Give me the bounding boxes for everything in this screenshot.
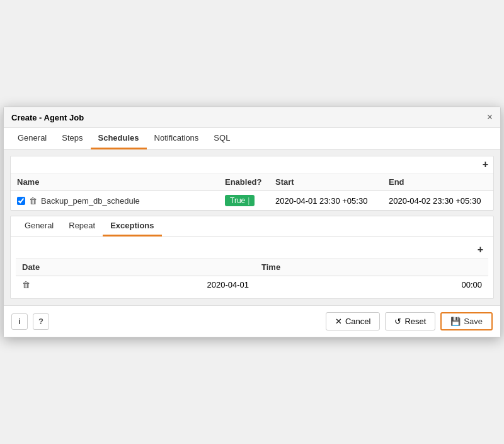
reset-button[interactable]: ↺ Reset: [385, 312, 435, 330]
col-header-name: Name: [11, 173, 219, 191]
schedule-name: Backup_pem_db_schedule: [41, 196, 140, 206]
dialog-footer: i ? ✕ Cancel ↺ Reset 💾 Save: [4, 305, 500, 337]
delete-schedule-icon[interactable]: 🗑: [29, 196, 37, 206]
cancel-label: Cancel: [345, 317, 370, 326]
inner-tab-general[interactable]: General: [17, 216, 61, 237]
save-icon: 💾: [450, 317, 461, 326]
footer-left-buttons: i ?: [11, 313, 49, 330]
col-header-end: End: [382, 173, 493, 191]
schedules-table: Name Enabled? Start End 🗑 Backup_pem_db_…: [11, 173, 493, 210]
exception-row: 🗑 2020-04-01 00:00: [16, 276, 488, 294]
dialog-title: Create - Agent Job: [11, 113, 84, 122]
enabled-badge[interactable]: True: [225, 195, 255, 206]
tab-schedules[interactable]: Schedules: [91, 128, 147, 149]
save-button[interactable]: 💾 Save: [440, 312, 493, 330]
exception-time-cell: 00:00: [255, 276, 488, 294]
inner-tab-bar: General Repeat Exceptions: [11, 216, 493, 237]
delete-exception-icon[interactable]: 🗑: [22, 280, 30, 289]
tab-sql[interactable]: SQL: [206, 128, 238, 149]
inner-tab-repeat[interactable]: Repeat: [61, 216, 103, 237]
cancel-icon: ✕: [335, 317, 342, 326]
info-icon: i: [18, 317, 21, 326]
tab-notifications[interactable]: Notifications: [147, 128, 207, 149]
exception-date: 2020-04-01: [34, 280, 249, 289]
col-header-start: Start: [269, 173, 382, 191]
schedule-name-cell: 🗑 Backup_pem_db_schedule: [11, 191, 219, 211]
dialog-titlebar: Create - Agent Job ×: [4, 107, 500, 128]
main-content: + Name Enabled? Start End: [4, 149, 500, 305]
tab-general[interactable]: General: [10, 128, 54, 149]
schedule-enabled-cell: True: [219, 191, 269, 211]
schedules-panel: + Name Enabled? Start End: [10, 156, 494, 211]
save-label: Save: [464, 317, 483, 326]
help-button[interactable]: ?: [33, 313, 49, 330]
schedule-end-cell: 2020-04-02 23:30 +05:30: [382, 191, 493, 211]
tab-steps[interactable]: Steps: [54, 128, 90, 149]
exceptions-toolbar: +: [16, 242, 488, 259]
exception-time: 00:00: [461, 280, 482, 289]
add-exception-button[interactable]: +: [478, 245, 483, 255]
exceptions-content: + Date Time 🗑: [11, 237, 493, 298]
add-schedule-button[interactable]: +: [483, 160, 488, 170]
schedule-detail-panel: General Repeat Exceptions + Date Time: [10, 216, 494, 299]
exception-date-cell: 🗑 2020-04-01: [16, 276, 255, 294]
top-tab-bar: General Steps Schedules Notifications SQ…: [4, 128, 500, 149]
schedule-start: 2020-04-01 23:30 +05:30: [275, 196, 367, 206]
schedule-end: 2020-04-02 23:30 +05:30: [389, 196, 481, 206]
info-button[interactable]: i: [11, 313, 28, 330]
schedule-checkbox[interactable]: [17, 197, 25, 205]
col-header-enabled: Enabled?: [219, 173, 269, 191]
cancel-button[interactable]: ✕ Cancel: [326, 312, 380, 330]
inner-tab-exceptions[interactable]: Exceptions: [103, 216, 161, 237]
exceptions-table: Date Time 🗑 2020-04-01: [16, 259, 488, 293]
reset-icon: ↺: [394, 317, 401, 326]
schedules-toolbar: +: [11, 156, 493, 173]
table-row: 🗑 Backup_pem_db_schedule True 2020-04-01…: [11, 191, 493, 211]
footer-right-buttons: ✕ Cancel ↺ Reset 💾 Save: [326, 312, 493, 330]
exc-col-date: Date: [16, 259, 255, 276]
help-icon: ?: [38, 317, 43, 326]
close-button[interactable]: ×: [487, 112, 493, 122]
create-agent-job-dialog: Create - Agent Job × General Steps Sched…: [3, 107, 501, 337]
reset-label: Reset: [404, 317, 426, 326]
schedule-start-cell: 2020-04-01 23:30 +05:30: [269, 191, 382, 211]
exc-col-time: Time: [255, 259, 488, 276]
